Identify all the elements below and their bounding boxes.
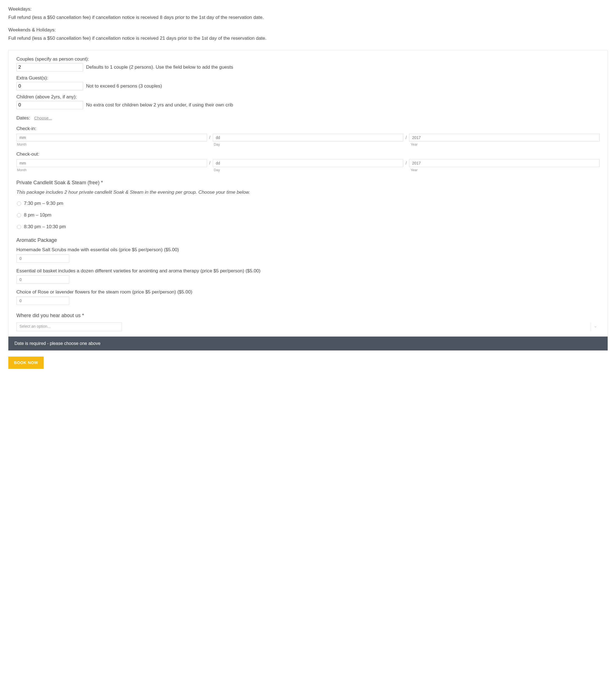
aromatic-item-3-input[interactable] [16,296,69,305]
aromatic-item-2: Essential oil basket includes a dozen di… [16,268,600,284]
booking-form: Couples (specify as person count): Defau… [8,50,608,337]
aromatic-item-label: Essential oil basket includes a dozen di… [16,268,600,274]
soak-steam-heading: Private Candlelit Soak & Steam (free) * [16,180,600,186]
soak-option-label: 7:30 pm – 9:30 pm [24,201,63,206]
month-sublabel: Month [16,143,206,146]
soak-option-2[interactable]: 8 pm – 10pm [17,212,600,218]
checkout-month-input[interactable] [16,159,207,167]
extra-guests-input[interactable] [16,82,83,90]
error-message: Date is required - please choose one abo… [8,337,608,351]
weekends-title: Weekends & Holidays: [8,26,608,34]
aromatic-item-label: Choice of Rose or lavender flowers for t… [16,289,600,295]
book-now-button[interactable]: BOOK NOW [8,357,44,369]
checkin-row: / / [16,134,600,142]
soak-option-label: 8 pm – 10pm [24,212,51,218]
hear-about-us-select[interactable]: Select an option... [16,322,122,331]
extra-guests-label: Extra Guest(s): [16,75,600,81]
cancellation-policy: Weekdays: Full refund (less a $50 cancel… [8,5,608,42]
aromatic-item-1-input[interactable] [16,254,69,263]
slash-icon: / [405,160,407,166]
children-row: Children (above 2yrs, if any): No extra … [16,94,600,109]
weekdays-text: Full refund (less a $50 cancellation fee… [8,14,608,21]
year-sublabel: Year [410,143,600,146]
checkin-day-input[interactable] [213,134,403,142]
checkout-day-input[interactable] [213,159,403,167]
soak-option-label: 8:30 pm – 10:30 pm [24,224,66,229]
dates-label: Dates: [16,115,30,121]
hear-about-us-heading: Where did you hear about us * [16,313,600,318]
slash-icon: / [209,160,211,166]
dates-line: Dates: Choose... [16,115,600,121]
checkout-sublabels: Month Day Year [16,168,600,172]
soak-steam-description: This package includes 2 hour private can… [16,189,600,195]
slash-icon: / [405,135,407,140]
weekends-text: Full refund (less a $50 cancellation fee… [8,35,608,42]
hear-about-us-select-row: Select an option... [16,322,600,331]
children-note: No extra cost for children below 2 yrs a… [86,102,233,108]
extra-guests-row: Extra Guest(s): Not to exceed 6 persons … [16,75,600,90]
soak-option-1[interactable]: 7:30 pm – 9:30 pm [17,201,600,206]
children-input[interactable] [16,101,83,109]
radio-icon[interactable] [17,213,21,217]
couples-input[interactable] [16,63,83,71]
extra-guests-note: Not to exceed 6 persons (3 couples) [86,83,162,89]
checkout-label: Check-out: [16,151,600,157]
chevron-down-icon [594,325,597,329]
aromatic-item-label: Homemade Salt Scrubs made with essential… [16,247,600,253]
checkin-month-input[interactable] [16,134,207,142]
children-label: Children (above 2yrs, if any): [16,94,600,100]
slash-icon: / [209,135,211,140]
choose-dates-link[interactable]: Choose... [34,116,52,120]
checkin-year-input[interactable] [409,134,600,142]
aromatic-heading: Aromatic Package [16,237,600,243]
aromatic-item-1: Homemade Salt Scrubs made with essential… [16,247,600,263]
checkin-label: Check-in: [16,126,600,131]
couples-label: Couples (specify as person count): [16,56,600,62]
soak-option-3[interactable]: 8:30 pm – 10:30 pm [17,224,600,229]
radio-icon[interactable] [17,225,21,229]
couples-row: Couples (specify as person count): Defau… [16,56,600,71]
aromatic-item-3: Choice of Rose or lavender flowers for t… [16,289,600,305]
checkout-row: / / [16,159,600,167]
checkin-sublabels: Month Day Year [16,143,600,146]
aromatic-item-2-input[interactable] [16,275,69,284]
day-sublabel: Day [213,143,403,146]
day-sublabel: Day [213,168,403,172]
couples-note: Defaults to 1 couple (2 persons). Use th… [86,65,233,70]
weekdays-title: Weekdays: [8,5,608,13]
radio-icon[interactable] [17,201,21,206]
checkout-year-input[interactable] [409,159,600,167]
month-sublabel: Month [16,168,206,172]
year-sublabel: Year [410,168,600,172]
select-caret-button[interactable] [591,322,600,331]
